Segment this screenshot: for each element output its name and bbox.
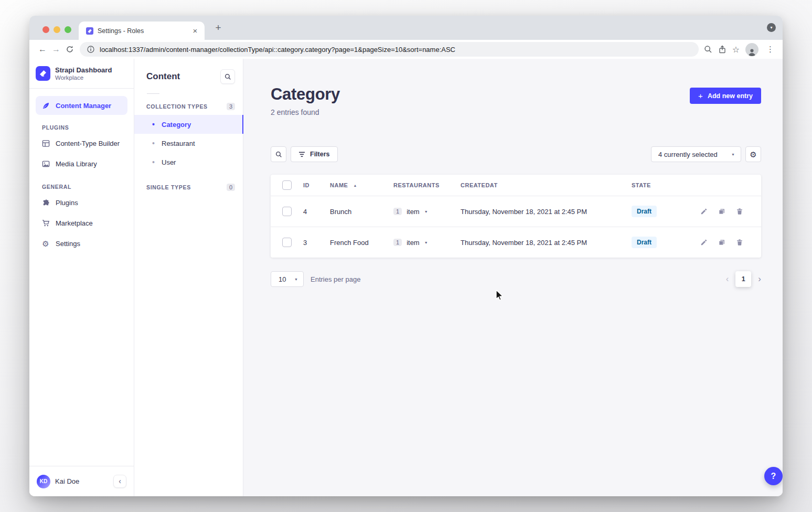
sidebar-item-label: Media Library <box>56 160 97 168</box>
cell-restaurants[interactable]: 1 item ▼ <box>393 208 461 216</box>
duplicate-button[interactable] <box>718 239 725 247</box>
site-info-icon[interactable] <box>87 46 94 53</box>
sidebar-item-media-library[interactable]: Media Library <box>36 154 127 174</box>
window-controls <box>42 26 71 33</box>
column-header-state[interactable]: STATE <box>632 182 700 188</box>
plus-icon: + <box>698 92 703 100</box>
row-checkbox[interactable] <box>282 207 292 216</box>
status-badge: Draft <box>632 237 657 248</box>
pencil-icon <box>700 208 708 215</box>
collapse-sidebar-button[interactable]: ‹ <box>113 475 126 488</box>
filters-button[interactable]: Filters <box>291 146 338 162</box>
browser-menu-icon[interactable]: ⋮ <box>764 45 776 54</box>
browser-profile-avatar[interactable] <box>745 43 758 56</box>
column-header-restaurants[interactable]: RESTAURANTS <box>393 182 461 188</box>
strapi-favicon <box>86 27 93 35</box>
subnav-search-button[interactable] <box>220 69 235 84</box>
current-page-button[interactable]: 1 <box>735 271 751 287</box>
sidebar-item-settings[interactable]: ⚙ Settings <box>36 233 127 254</box>
workspace-header[interactable]: Strapi Dashboard Workplace <box>29 59 134 89</box>
select-all-checkbox[interactable] <box>282 180 292 190</box>
zoom-icon[interactable] <box>704 45 712 54</box>
single-types-heading: SINGLE TYPES <box>146 184 191 190</box>
subnav-item-user[interactable]: • User <box>134 153 243 172</box>
trash-icon <box>736 208 743 215</box>
browser-toolbar: ← → localhost:1337/admin/content-manager… <box>29 40 783 59</box>
browser-tab-strip: Settings - Roles × + ▾ <box>29 16 783 40</box>
user-name: Kai Doe <box>55 477 79 485</box>
add-new-entry-button[interactable]: + Add new entry <box>690 88 761 104</box>
caret-down-icon: ▼ <box>424 210 428 214</box>
tab-close-icon[interactable]: × <box>191 26 199 35</box>
address-bar[interactable]: localhost:1337/admin/content-manager/col… <box>80 42 699 57</box>
previous-page-button[interactable]: ‹ <box>726 274 729 284</box>
sidebar-item-content-type-builder[interactable]: Content-Type Builder <box>36 133 127 154</box>
column-header-id[interactable]: ID <box>303 182 330 188</box>
sidebar-item-content-manager[interactable]: Content Manager <box>36 96 127 115</box>
cell-createdat: Thursday, November 18, 2021 at 2:45 PM <box>461 239 632 247</box>
row-checkbox[interactable] <box>282 238 292 247</box>
sidebar-item-label: Settings <box>56 240 80 248</box>
cell-restaurants[interactable]: 1 item ▼ <box>393 239 461 247</box>
new-tab-button[interactable]: + <box>212 22 225 34</box>
sidebar-item-marketplace[interactable]: Marketplace <box>36 213 127 233</box>
table-row[interactable]: 4 Brunch 1 item ▼ Thursday, November 18,… <box>271 196 761 227</box>
feather-pen-icon <box>41 101 50 110</box>
delete-button[interactable] <box>735 239 743 247</box>
table-header-row: ID NAME ▲ RESTAURANTS CREATEDAT STATE <box>271 175 761 196</box>
share-icon[interactable] <box>718 45 726 54</box>
main-content: Category 2 entries found + Add new entry… <box>243 59 783 496</box>
subnav-item-category[interactable]: • Category <box>134 115 243 134</box>
reload-button[interactable] <box>63 42 77 56</box>
duplicate-button[interactable] <box>718 208 725 216</box>
app-name: Strapi Dashboard <box>55 66 112 74</box>
main-sidebar: Strapi Dashboard Workplace Content Manag… <box>29 59 134 496</box>
entries-per-page-select[interactable]: 10 ▼ <box>271 271 304 287</box>
forward-button[interactable]: → <box>49 42 63 56</box>
workspace-name: Workplace <box>55 74 112 81</box>
search-icon <box>275 151 282 158</box>
strapi-logo <box>36 66 50 81</box>
delete-button[interactable] <box>735 208 743 216</box>
bullet-icon: • <box>152 140 156 147</box>
entries-count: 2 entries found <box>271 108 340 116</box>
strapi-app: Strapi Dashboard Workplace Content Manag… <box>29 59 783 496</box>
layout-icon <box>41 140 50 148</box>
search-icon <box>225 73 231 80</box>
minimize-window-button[interactable] <box>54 26 60 33</box>
sidebar-item-plugins[interactable]: Plugins <box>36 193 127 213</box>
subnav-item-restaurant[interactable]: • Restaurant <box>134 134 243 153</box>
edit-button[interactable] <box>700 239 708 247</box>
subnav-title: Content <box>146 71 180 82</box>
page-title: Category <box>271 86 340 102</box>
cell-name: Brunch <box>330 208 393 216</box>
avatar[interactable]: KD <box>37 475 50 488</box>
gear-icon: ⚙ <box>41 240 50 248</box>
url-text: localhost:1337/admin/content-manager/col… <box>100 46 455 54</box>
collection-types-heading: COLLECTION TYPES <box>146 103 208 110</box>
back-button[interactable]: ← <box>36 42 49 56</box>
column-header-createdat[interactable]: CREATEDAT <box>461 182 632 188</box>
table-settings-button[interactable]: ⚙ <box>745 146 761 162</box>
bullet-icon: • <box>152 121 156 128</box>
trash-icon <box>736 239 743 246</box>
next-page-button[interactable]: › <box>758 274 761 284</box>
gear-icon: ⚙ <box>750 151 756 158</box>
edit-button[interactable] <box>700 208 708 216</box>
duplicate-icon <box>718 208 725 215</box>
bookmark-star-icon[interactable]: ☆ <box>732 42 740 56</box>
sidebar-item-label: Marketplace <box>56 219 93 227</box>
zoom-window-button[interactable] <box>65 26 71 33</box>
close-window-button[interactable] <box>42 26 49 33</box>
browser-tab[interactable]: Settings - Roles × <box>79 22 205 40</box>
column-header-name[interactable]: NAME ▲ <box>330 182 393 188</box>
columns-select[interactable]: 4 currently selected ▼ <box>651 146 741 162</box>
help-button[interactable]: ? <box>764 467 783 485</box>
caret-down-icon: ▼ <box>294 278 298 281</box>
sidebar-item-label: Plugins <box>56 199 78 207</box>
divider <box>147 93 159 94</box>
download-status-icon[interactable]: ▾ <box>767 23 776 32</box>
cell-createdat: Thursday, November 18, 2021 at 2:45 PM <box>461 208 632 216</box>
table-row[interactable]: 3 French Food 1 item ▼ Thursday, Novembe… <box>271 227 761 258</box>
search-entries-button[interactable] <box>271 146 286 162</box>
